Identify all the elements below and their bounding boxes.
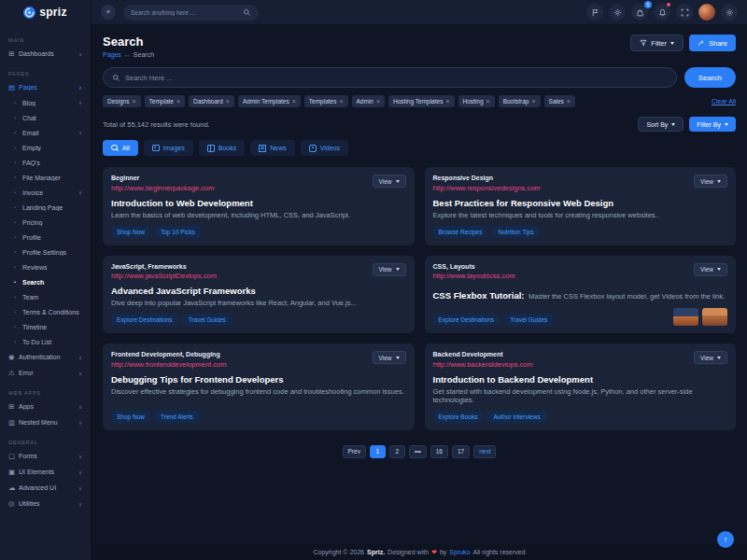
page-ellipsis[interactable]: ••• xyxy=(409,445,427,458)
result-tag[interactable]: Explore Destinations xyxy=(433,314,500,326)
remove-tag-icon[interactable]: × xyxy=(176,98,180,105)
result-tag[interactable]: Browse Recipes xyxy=(433,226,488,238)
user-avatar[interactable] xyxy=(698,4,715,21)
result-tag[interactable]: Explore Books xyxy=(433,411,484,423)
remove-tag-icon[interactable]: × xyxy=(339,98,343,105)
view-button[interactable]: View xyxy=(373,263,406,276)
global-search-input[interactable] xyxy=(131,9,239,16)
page-16[interactable]: 16 xyxy=(430,445,448,458)
page-17[interactable]: 17 xyxy=(452,445,470,458)
sidebar-item-authentication[interactable]: ◉ Authentication ∨ xyxy=(0,349,91,365)
result-url-link[interactable]: http://www.beginnerpackage.com xyxy=(111,184,214,192)
view-button[interactable]: View xyxy=(373,175,406,188)
sidebar-collapse-button[interactable]: « xyxy=(101,5,116,20)
remove-tag-icon[interactable]: × xyxy=(376,98,380,105)
breadcrumb-pages-link[interactable]: Pages xyxy=(103,51,121,58)
tab-books[interactable]: Books xyxy=(199,140,245,156)
result-tag[interactable]: Explore Destinations xyxy=(111,314,178,326)
remove-tag-icon[interactable]: × xyxy=(226,98,230,105)
sidebar-item-team[interactable]: Team xyxy=(0,289,91,304)
result-tag[interactable]: Author Interviews xyxy=(487,411,545,423)
filter-tag[interactable]: Designs × xyxy=(103,95,141,107)
result-tag[interactable]: Trend Alerts xyxy=(155,411,199,423)
sidebar-item-invoice[interactable]: Invoice ∨ xyxy=(0,185,91,200)
sidebar-item-empty[interactable]: Empty xyxy=(0,140,91,155)
filter-tag[interactable]: Dashboard × xyxy=(189,95,234,107)
scroll-to-top-button[interactable]: ↑ xyxy=(717,531,734,548)
sidebar-item-landing-page[interactable]: Landing Page xyxy=(0,200,91,215)
spruko-link[interactable]: Spruko xyxy=(449,549,470,555)
sidebar-item-apps[interactable]: ⊞ Apps ∨ xyxy=(0,399,91,414)
result-tag[interactable]: Nutrition Tips xyxy=(492,226,539,238)
sidebar-item-reviews[interactable]: Reviews xyxy=(0,259,91,274)
sidebar-item-forms[interactable]: ▢ Forms ∨ xyxy=(0,448,91,464)
page-1[interactable]: 1 xyxy=(370,445,386,458)
result-tag[interactable]: Shop Now xyxy=(111,226,150,238)
filter-by-button[interactable]: Filter By xyxy=(689,117,736,132)
share-button[interactable]: Share xyxy=(689,35,736,51)
fullscreen-button[interactable] xyxy=(676,4,693,21)
sidebar-item-dashboards[interactable]: ⊞ Dashboards ∨ xyxy=(0,46,91,62)
filter-tag[interactable]: Sales × xyxy=(544,95,575,107)
sidebar-item-pricing[interactable]: Pricing xyxy=(0,215,91,230)
result-tag[interactable]: Top 10 Picks xyxy=(155,226,201,238)
sidebar-item-utilities[interactable]: ◎ Utilities ∨ xyxy=(0,496,91,511)
sidebar-item-terms-conditions[interactable]: Terms & Conditions xyxy=(0,304,91,319)
tab-videos[interactable]: Videos xyxy=(301,140,348,156)
sidebar-item-email[interactable]: Email ∨ xyxy=(0,125,91,140)
cart-button[interactable]: 5 xyxy=(631,4,648,21)
sidebar-item-timeline[interactable]: Timeline xyxy=(0,319,91,334)
clear-all-link[interactable]: Clear All xyxy=(712,98,736,105)
settings-button[interactable] xyxy=(721,4,738,21)
remove-tag-icon[interactable]: × xyxy=(486,98,490,105)
sidebar-item-profile-settings[interactable]: Profile Settings xyxy=(0,245,91,259)
sidebar-item-ui-elements[interactable]: ▣ UI Elements ∨ xyxy=(0,464,91,480)
filter-tag[interactable]: Templates × xyxy=(304,95,348,107)
sidebar-item-search[interactable]: Search xyxy=(0,274,91,289)
tab-news[interactable]: News xyxy=(250,140,295,156)
sidebar-item-todo-list[interactable]: To Do List xyxy=(0,334,91,349)
filter-tag[interactable]: Admin × xyxy=(352,95,386,107)
sidebar-item-file-manager[interactable]: File Manager xyxy=(0,170,91,185)
view-button[interactable]: View xyxy=(694,351,727,364)
remove-tag-icon[interactable]: × xyxy=(292,98,296,105)
sidebar-item-chat[interactable]: Chat xyxy=(0,110,91,125)
sidebar-item-error[interactable]: ⚠ Error ∨ xyxy=(0,365,91,381)
filter-tag[interactable]: Hosting × xyxy=(458,95,495,107)
sort-by-button[interactable]: Sort By xyxy=(638,117,684,132)
view-button[interactable]: View xyxy=(694,263,727,276)
sidebar-item-advanced-ui[interactable]: ☁ Advanced UI ∨ xyxy=(0,480,91,496)
remove-tag-icon[interactable]: × xyxy=(132,98,135,105)
sidebar-item-faqs[interactable]: FAQ's xyxy=(0,155,91,170)
tab-images[interactable]: Images xyxy=(144,140,193,156)
result-tag[interactable]: Travel Guides xyxy=(504,314,553,326)
result-url-link[interactable]: http://www.layoutscss.com xyxy=(433,272,515,280)
page-prev[interactable]: Prev xyxy=(343,445,366,458)
filter-tag[interactable]: Template × xyxy=(145,95,185,107)
sidebar-item-pages[interactable]: ▤ Pages ∧ xyxy=(0,79,91,95)
notifications-button[interactable] xyxy=(654,4,670,21)
search-submit-button[interactable]: Search xyxy=(684,67,736,88)
page-2[interactable]: 2 xyxy=(389,445,405,458)
filter-button[interactable]: Filter xyxy=(630,35,684,51)
global-search[interactable] xyxy=(123,5,259,21)
result-url-link[interactable]: http://www.backenddevlops.com xyxy=(433,360,533,369)
result-url-link[interactable]: http://www.responsivedesigns.com xyxy=(433,184,541,192)
page-next[interactable]: next xyxy=(473,445,496,458)
search-input[interactable] xyxy=(125,74,668,82)
sidebar-item-nested-menu[interactable]: ▥ Nested Menu ∨ xyxy=(0,414,91,430)
remove-tag-icon[interactable]: × xyxy=(445,98,449,105)
result-thumbnail-image[interactable] xyxy=(673,308,698,326)
remove-tag-icon[interactable]: × xyxy=(531,98,535,105)
filter-tag[interactable]: Admin Templates × xyxy=(238,95,301,107)
tab-all[interactable]: All xyxy=(103,140,138,156)
result-tag[interactable]: Travel Guides xyxy=(183,314,232,326)
theme-toggle-button[interactable] xyxy=(609,4,626,21)
filter-tag[interactable]: Bootstrap × xyxy=(499,95,541,107)
view-button[interactable]: View xyxy=(373,351,406,364)
filter-tag[interactable]: Hosting Templates × xyxy=(388,95,454,107)
result-tag[interactable]: Shop Now xyxy=(111,411,150,423)
view-button[interactable]: View xyxy=(694,175,727,188)
language-flag-button[interactable] xyxy=(586,4,603,21)
sidebar-item-blog[interactable]: Blog ∨ xyxy=(0,95,91,110)
